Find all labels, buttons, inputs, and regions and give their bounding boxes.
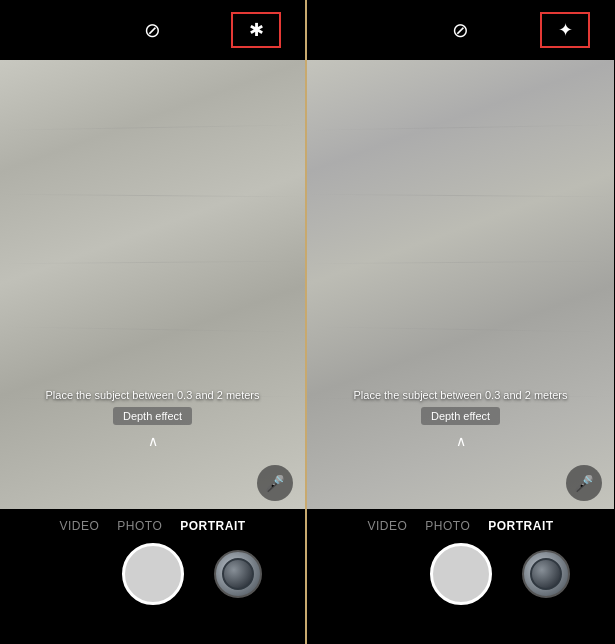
timer-icon-left[interactable]: ⊘ bbox=[144, 18, 161, 42]
left-panel: ⊘ ✱ Place the subject between 0.3 and 2 … bbox=[0, 0, 307, 644]
effect-button-left[interactable]: ✱ bbox=[231, 12, 281, 48]
top-bar-right: ⊘ ✦ bbox=[307, 0, 614, 60]
mode-tabs-left: VIDEO PHOTO PORTRAIT bbox=[59, 509, 245, 543]
top-bar-left: ⊘ ✱ bbox=[0, 0, 305, 60]
lens-switcher-left[interactable] bbox=[214, 550, 262, 598]
tab-portrait-left[interactable]: PORTRAIT bbox=[180, 519, 245, 533]
lens-inner-right bbox=[530, 558, 562, 590]
tab-photo-right[interactable]: PHOTO bbox=[425, 519, 470, 533]
camera-controls-left bbox=[44, 543, 262, 605]
mode-tabs-right: VIDEO PHOTO PORTRAIT bbox=[367, 509, 553, 543]
hint-text-left: Place the subject between 0.3 and 2 mete… bbox=[45, 389, 259, 401]
lens-switcher-right[interactable] bbox=[522, 550, 570, 598]
viewfinder-right: Place the subject between 0.3 and 2 mete… bbox=[307, 60, 614, 509]
viewfinder-left: Place the subject between 0.3 and 2 mete… bbox=[0, 60, 305, 509]
bottom-bar-left: VIDEO PHOTO PORTRAIT bbox=[0, 509, 305, 644]
bottom-bar-right: VIDEO PHOTO PORTRAIT bbox=[307, 509, 614, 644]
hint-area-right: Place the subject between 0.3 and 2 mete… bbox=[307, 389, 614, 449]
chevron-up-right[interactable]: ∧ bbox=[456, 433, 466, 449]
mic-button-left[interactable]: 🎤 bbox=[257, 465, 293, 501]
depth-badge-right: Depth effect bbox=[421, 407, 500, 425]
effect-icon-left: ✱ bbox=[249, 19, 264, 41]
camera-controls-right bbox=[352, 543, 570, 605]
tab-video-left[interactable]: VIDEO bbox=[59, 519, 99, 533]
effect-button-right[interactable]: ✦ bbox=[540, 12, 590, 48]
depth-badge-left: Depth effect bbox=[113, 407, 192, 425]
mic-off-icon-right: 🎤 bbox=[574, 474, 594, 493]
timer-icon-right[interactable]: ⊘ bbox=[452, 18, 469, 42]
hint-text-right: Place the subject between 0.3 and 2 mete… bbox=[353, 389, 567, 401]
hint-area-left: Place the subject between 0.3 and 2 mete… bbox=[0, 389, 305, 449]
shutter-button-right[interactable] bbox=[430, 543, 492, 605]
effect-icon-right: ✦ bbox=[558, 19, 573, 41]
mic-off-icon-left: 🎤 bbox=[265, 474, 285, 493]
mic-button-right[interactable]: 🎤 bbox=[566, 465, 602, 501]
tab-portrait-right[interactable]: PORTRAIT bbox=[488, 519, 553, 533]
right-panel: ⊘ ✦ Place the subject between 0.3 and 2 … bbox=[307, 0, 614, 644]
shutter-button-left[interactable] bbox=[122, 543, 184, 605]
tab-photo-left[interactable]: PHOTO bbox=[117, 519, 162, 533]
tab-video-right[interactable]: VIDEO bbox=[367, 519, 407, 533]
chevron-up-left[interactable]: ∧ bbox=[148, 433, 158, 449]
lens-inner-left bbox=[222, 558, 254, 590]
